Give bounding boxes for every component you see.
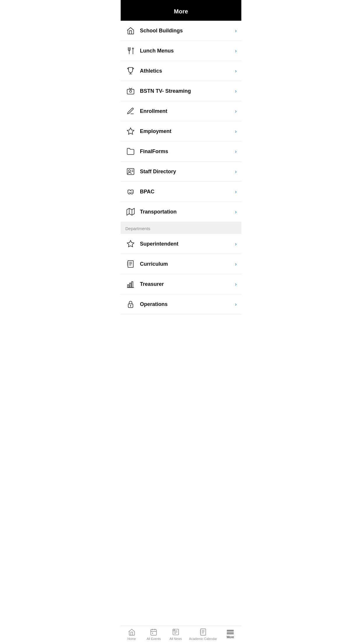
trophy-icon (125, 66, 136, 76)
menu-item-lunch-menus[interactable]: Lunch Menus › (121, 41, 241, 61)
menu-label-transportation: Transportation (140, 209, 235, 215)
map-icon (125, 206, 136, 217)
header-title: More (174, 8, 188, 15)
nav-label-home: Home (127, 637, 136, 640)
star-icon (125, 126, 136, 136)
chevron-icon-school-buildings: › (235, 28, 237, 34)
menu-label-school-buildings: School Buildings (140, 28, 235, 34)
masks-icon (125, 186, 136, 197)
svg-rect-39 (201, 629, 205, 635)
folder-icon (125, 146, 136, 157)
chevron-icon-treasurer: › (235, 281, 237, 287)
menu-item-transportation[interactable]: Transportation › (121, 202, 241, 222)
nav-item-more[interactable]: More (222, 630, 239, 639)
chevron-icon-operations: › (235, 301, 237, 307)
chevron-icon-lunch-menus: › (235, 48, 237, 54)
svg-point-27 (130, 305, 131, 306)
svg-point-5 (130, 90, 132, 92)
svg-rect-23 (130, 283, 131, 288)
home-nav-icon (128, 628, 136, 636)
chevron-icon-curriculum: › (235, 261, 237, 267)
nav-label-all-events: All Events (147, 637, 161, 640)
pencil-icon (125, 106, 136, 116)
menu-label-curriculum: Curriculum (140, 261, 235, 267)
notebook-icon (125, 259, 136, 269)
menu-item-operations[interactable]: Operations › (121, 294, 241, 314)
nav-label-academic-calendar: Academic Calendar (189, 637, 217, 640)
menu-item-staff-directory[interactable]: Staff Directory › (121, 162, 241, 182)
menu-label-superintendent: Superintendent (140, 241, 235, 247)
menu-label-staff-directory: Staff Directory (140, 169, 235, 175)
utensils-icon (125, 46, 136, 56)
bottom-nav: Home All Events All News (121, 626, 241, 644)
svg-marker-11 (127, 208, 134, 215)
menu-label-bpac: BPAC (140, 189, 235, 195)
more-nav-icon (227, 630, 234, 634)
house-icon (125, 25, 136, 36)
svg-point-8 (129, 170, 131, 172)
camera-icon (125, 86, 136, 96)
menu-label-finalforms: FinalForms (140, 148, 235, 155)
svg-rect-22 (128, 285, 129, 287)
lock-icon (125, 299, 136, 309)
chevron-icon-finalforms: › (235, 148, 237, 155)
svg-rect-29 (151, 629, 157, 635)
menu-label-operations: Operations (140, 301, 235, 307)
menu-item-bstn-tv[interactable]: BSTN TV- Streaming › (121, 81, 241, 101)
chevron-icon-bpac: › (235, 189, 237, 195)
superintendent-icon (125, 239, 136, 249)
nav-item-all-news[interactable]: All News (167, 628, 184, 640)
svg-rect-38 (173, 629, 174, 631)
chevron-icon-employment: › (235, 128, 237, 134)
menu-label-enrollment: Enrollment (140, 108, 235, 114)
svg-rect-24 (132, 282, 133, 288)
chevron-icon-enrollment: › (235, 108, 237, 114)
menu-item-superintendent[interactable]: Superintendent › (121, 234, 241, 254)
staff-directory-icon (125, 166, 136, 177)
chart-icon (125, 279, 136, 289)
departments-section-header: Departments (121, 222, 241, 234)
header: More (121, 0, 241, 21)
svg-marker-14 (127, 240, 134, 247)
chevron-icon-transportation: › (235, 209, 237, 215)
svg-rect-15 (128, 260, 133, 267)
nav-item-home[interactable]: Home (123, 628, 140, 640)
svg-rect-33 (152, 633, 153, 634)
menu-label-treasurer: Treasurer (140, 281, 235, 287)
menu-label-employment: Employment (140, 128, 235, 134)
chevron-icon-staff-directory: › (235, 169, 237, 175)
calendar-nav-icon (150, 628, 157, 636)
menu-item-treasurer[interactable]: Treasurer › (121, 274, 241, 294)
menu-item-finalforms[interactable]: FinalForms › (121, 141, 241, 162)
departments-list: Superintendent › Curriculum › (121, 234, 241, 314)
chevron-icon-bstn-tv: › (235, 88, 237, 94)
nav-label-more: More (227, 635, 234, 639)
svg-rect-4 (127, 89, 134, 94)
menu-item-athletics[interactable]: Athletics › (121, 61, 241, 81)
menu-item-enrollment[interactable]: Enrollment › (121, 101, 241, 121)
chevron-icon-athletics: › (235, 68, 237, 74)
menu-item-employment[interactable]: Employment › (121, 121, 241, 141)
menu-item-curriculum[interactable]: Curriculum › (121, 254, 241, 274)
menu-item-bpac[interactable]: BPAC › (121, 182, 241, 202)
news-nav-icon (172, 628, 180, 636)
menu-label-lunch-menus: Lunch Menus (140, 48, 235, 54)
svg-marker-6 (127, 128, 134, 134)
main-menu-list: School Buildings › Lunch Menus › Athleti… (121, 21, 241, 222)
menu-item-school-buildings[interactable]: School Buildings › (121, 21, 241, 41)
nav-item-all-events[interactable]: All Events (145, 628, 162, 640)
chevron-icon-superintendent: › (235, 241, 237, 247)
nav-item-academic-calendar[interactable]: Academic Calendar (189, 628, 217, 640)
nav-label-all-news: All News (170, 637, 182, 640)
menu-label-athletics: Athletics (140, 68, 235, 74)
menu-label-bstn-tv: BSTN TV- Streaming (140, 88, 235, 94)
academic-calendar-nav-icon (199, 628, 207, 636)
